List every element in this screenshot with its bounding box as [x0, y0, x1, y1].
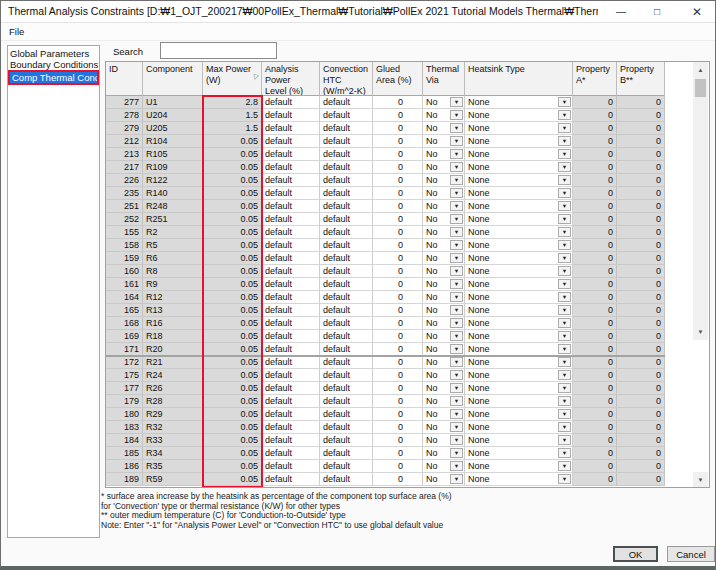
cell-convection-htc[interactable]: default	[320, 291, 373, 304]
cell-thermal-via[interactable]: No▼	[423, 356, 465, 369]
close-icon[interactable]: ✕	[689, 4, 705, 20]
cell-thermal-via[interactable]: No▼	[423, 226, 465, 239]
cell-heatsink-type[interactable]: None▼	[465, 200, 573, 213]
cell-heatsink-type[interactable]: None▼	[465, 135, 573, 148]
table-row[interactable]: 184R330.05defaultdefault0No▼None▼00	[106, 434, 665, 447]
cell-heatsink-type[interactable]: None▼	[465, 278, 573, 291]
cell-thermal-via[interactable]: No▼	[423, 408, 465, 421]
cell-convection-htc[interactable]: default	[320, 161, 373, 174]
cell-glued-area[interactable]: 0	[373, 109, 423, 122]
cell-heatsink-type[interactable]: None▼	[465, 226, 573, 239]
cell-thermal-via[interactable]: No▼	[423, 265, 465, 278]
heatsink-type-dropdown-icon[interactable]: ▼	[558, 136, 571, 146]
cell-analysis-power-level[interactable]: default	[262, 252, 320, 265]
table-row[interactable]: 180R290.05defaultdefault0No▼None▼00	[106, 408, 665, 421]
heatsink-type-dropdown-icon[interactable]: ▼	[558, 188, 571, 198]
cell-analysis-power-level[interactable]: default	[262, 135, 320, 148]
heatsink-type-dropdown-icon[interactable]: ▼	[558, 422, 571, 432]
table-row[interactable]: 159R60.05defaultdefault0No▼None▼00	[106, 252, 665, 265]
cell-convection-htc[interactable]: default	[320, 200, 373, 213]
heatsink-type-dropdown-icon[interactable]: ▼	[558, 344, 571, 354]
cell-heatsink-type[interactable]: None▼	[465, 148, 573, 161]
cell-thermal-via[interactable]: No▼	[423, 473, 465, 486]
cell-heatsink-type[interactable]: None▼	[465, 291, 573, 304]
col-header-component[interactable]: Component	[143, 62, 203, 96]
table-row[interactable]: 279U2051.5defaultdefault0No▼None▼00	[106, 122, 665, 135]
cell-glued-area[interactable]: 0	[373, 330, 423, 343]
cell-convection-htc[interactable]: default	[320, 473, 373, 486]
col-header-max-power[interactable]: Max Power (W)▽	[203, 62, 262, 96]
cell-analysis-power-level[interactable]: default	[262, 161, 320, 174]
thermal-via-dropdown-icon[interactable]: ▼	[450, 409, 463, 419]
cell-thermal-via[interactable]: No▼	[423, 395, 465, 408]
cell-convection-htc[interactable]: default	[320, 187, 373, 200]
cell-thermal-via[interactable]: No▼	[423, 135, 465, 148]
table-row[interactable]: 252R2510.05defaultdefault0No▼None▼00	[106, 213, 665, 226]
cell-glued-area[interactable]: 0	[373, 421, 423, 434]
heatsink-type-dropdown-icon[interactable]: ▼	[558, 279, 571, 289]
cell-heatsink-type[interactable]: None▼	[465, 239, 573, 252]
table-row[interactable]: 158R50.05defaultdefault0No▼None▼00	[106, 239, 665, 252]
table-row[interactable]: 161R90.05defaultdefault0No▼None▼00	[106, 278, 665, 291]
vertical-scrollbar[interactable]: ▲ ▼	[693, 62, 708, 340]
table-row[interactable]: 177R260.05defaultdefault0No▼None▼00	[106, 382, 665, 395]
cell-analysis-power-level[interactable]: default	[262, 278, 320, 291]
table-row[interactable]: 172R210.05defaultdefault0No▼None▼00	[106, 356, 665, 369]
cell-convection-htc[interactable]: default	[320, 382, 373, 395]
cell-heatsink-type[interactable]: None▼	[465, 473, 573, 486]
cell-convection-htc[interactable]: default	[320, 317, 373, 330]
cell-heatsink-type[interactable]: None▼	[465, 356, 573, 369]
thermal-via-dropdown-icon[interactable]: ▼	[450, 383, 463, 393]
cell-convection-htc[interactable]: default	[320, 434, 373, 447]
cell-thermal-via[interactable]: No▼	[423, 460, 465, 473]
cell-heatsink-type[interactable]: None▼	[465, 382, 573, 395]
cell-thermal-via[interactable]: No▼	[423, 200, 465, 213]
minimize-icon[interactable]: —	[613, 4, 629, 20]
sidebar-item-comp-thermal-condition[interactable]: Comp Thermal Condition	[8, 70, 99, 85]
search-input[interactable]	[160, 42, 277, 59]
cell-thermal-via[interactable]: No▼	[423, 434, 465, 447]
cell-heatsink-type[interactable]: None▼	[465, 265, 573, 278]
cell-heatsink-type[interactable]: None▼	[465, 96, 573, 109]
table-row[interactable]: 155R20.05defaultdefault0No▼None▼00	[106, 226, 665, 239]
table-row[interactable]: 164R120.05defaultdefault0No▼None▼00	[106, 291, 665, 304]
thermal-via-dropdown-icon[interactable]: ▼	[450, 175, 463, 185]
cell-thermal-via[interactable]: No▼	[423, 213, 465, 226]
table-row[interactable]: 212R1040.05defaultdefault0No▼None▼00	[106, 135, 665, 148]
cell-heatsink-type[interactable]: None▼	[465, 304, 573, 317]
cell-convection-htc[interactable]: default	[320, 213, 373, 226]
cell-glued-area[interactable]: 0	[373, 278, 423, 291]
cell-convection-htc[interactable]: default	[320, 239, 373, 252]
cell-thermal-via[interactable]: No▼	[423, 330, 465, 343]
cell-analysis-power-level[interactable]: default	[262, 148, 320, 161]
cell-heatsink-type[interactable]: None▼	[465, 187, 573, 200]
thermal-via-dropdown-icon[interactable]: ▼	[450, 461, 463, 471]
table-row[interactable]: 217R1090.05defaultdefault0No▼None▼00	[106, 161, 665, 174]
col-header-id[interactable]: ID	[106, 62, 143, 96]
cell-analysis-power-level[interactable]: default	[262, 187, 320, 200]
cell-heatsink-type[interactable]: None▼	[465, 252, 573, 265]
heatsink-type-dropdown-icon[interactable]: ▼	[558, 292, 571, 302]
cell-glued-area[interactable]: 0	[373, 265, 423, 278]
cell-convection-htc[interactable]: default	[320, 148, 373, 161]
cell-glued-area[interactable]: 0	[373, 187, 423, 200]
heatsink-type-dropdown-icon[interactable]: ▼	[558, 162, 571, 172]
heatsink-type-dropdown-icon[interactable]: ▼	[558, 461, 571, 471]
col-header-thermal-via[interactable]: Thermal Via	[423, 62, 465, 96]
thermal-via-dropdown-icon[interactable]: ▼	[450, 201, 463, 211]
cell-convection-htc[interactable]: default	[320, 304, 373, 317]
cell-glued-area[interactable]: 0	[373, 473, 423, 486]
scrollbar-thumb[interactable]	[695, 79, 706, 97]
cell-thermal-via[interactable]: No▼	[423, 421, 465, 434]
cell-thermal-via[interactable]: No▼	[423, 96, 465, 109]
cell-glued-area[interactable]: 0	[373, 174, 423, 187]
cell-analysis-power-level[interactable]: default	[262, 369, 320, 382]
cell-glued-area[interactable]: 0	[373, 460, 423, 473]
thermal-via-dropdown-icon[interactable]: ▼	[450, 110, 463, 120]
sidebar-item-boundary-conditions[interactable]: Boundary Conditions	[8, 59, 99, 70]
cell-glued-area[interactable]: 0	[373, 356, 423, 369]
cell-glued-area[interactable]: 0	[373, 382, 423, 395]
cell-heatsink-type[interactable]: None▼	[465, 161, 573, 174]
table-row[interactable]: 160R80.05defaultdefault0No▼None▼00	[106, 265, 665, 278]
vertical-scrollbar-lower[interactable]: ▼	[693, 472, 708, 488]
